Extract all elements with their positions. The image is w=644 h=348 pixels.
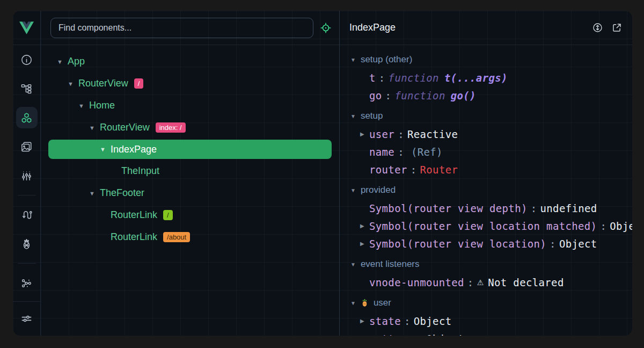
- section-header-event-listeners[interactable]: ▼event listeners: [350, 255, 632, 273]
- section-label: user: [374, 298, 391, 308]
- section-label: setup (other): [361, 54, 412, 65]
- collapse-arrow-icon: ▼: [350, 57, 356, 63]
- component-name: IndexPage: [111, 144, 157, 155]
- sidebar-item-graph[interactable]: [13, 269, 41, 298]
- colon: :: [550, 238, 556, 250]
- state-value: Router: [420, 164, 458, 176]
- section-label: provided: [361, 185, 396, 195]
- colon: :: [417, 333, 423, 336]
- state-row-symbol-router-view-location-matched[interactable]: ▶Symbol(router view location matched):Ob…: [350, 217, 632, 235]
- pinia-pineapple-icon: [361, 299, 369, 307]
- tree-item-indexpage[interactable]: ▼IndexPage: [48, 140, 332, 159]
- router-route-icon: [20, 209, 33, 221]
- scroll-to-icon: [592, 22, 603, 33]
- route-badge: /: [163, 210, 173, 220]
- mixer-sliders-icon: [20, 170, 33, 182]
- state-key: router: [369, 164, 407, 176]
- settings-sliders-icon: [20, 313, 33, 325]
- state-row-name[interactable]: name:(Ref): [350, 143, 632, 161]
- state-key: getters: [369, 333, 414, 336]
- tree-item-app[interactable]: ▼App: [48, 50, 332, 73]
- colon: :: [398, 146, 404, 158]
- sidebar-item-info[interactable]: [13, 45, 41, 74]
- search-input[interactable]: [50, 18, 313, 38]
- state-value: function: [394, 90, 445, 102]
- route-badge: index: /: [156, 122, 186, 133]
- route-badge: /: [134, 78, 144, 89]
- state-value: go(): [451, 90, 476, 102]
- colon: :: [467, 277, 474, 288]
- state-key: Symbol(router view depth): [369, 202, 528, 214]
- tree-item-theinput[interactable]: TheInput: [48, 160, 332, 182]
- state-value: function: [389, 72, 439, 84]
- state-value: Object: [559, 238, 597, 250]
- state-row-state[interactable]: ▶state:Object: [350, 312, 632, 330]
- colon: :: [600, 220, 606, 232]
- sidebar-item-assets[interactable]: [13, 132, 41, 161]
- tree-item-routerview[interactable]: ▼RouterViewindex: /: [48, 117, 332, 139]
- colon: :: [531, 202, 537, 214]
- state-row-router[interactable]: router:Router: [350, 161, 632, 178]
- sidebar-item-router[interactable]: [13, 200, 41, 229]
- section-label: setup: [361, 111, 383, 121]
- vue-logo: [13, 11, 40, 45]
- expand-arrow-icon[interactable]: ▼: [100, 146, 111, 153]
- section-header-provided[interactable]: ▼provided: [350, 181, 632, 199]
- collapse-arrow-icon: ▼: [350, 300, 356, 306]
- state-key: vnode-unmounted: [369, 277, 464, 288]
- component-name: TheInput: [121, 165, 159, 177]
- state-row-getters[interactable]: ▶getters:Object: [350, 330, 632, 336]
- state-row-vnode-unmounted[interactable]: vnode-unmounted:⚠Not declared: [350, 273, 632, 291]
- component-tree: ▼App▼RouterView/▼Home▼RouterViewindex: /…: [41, 45, 339, 336]
- expand-arrow-icon[interactable]: ▶: [360, 131, 369, 137]
- expand-arrow-icon[interactable]: ▼: [89, 190, 100, 197]
- pineapple-icon: [20, 238, 33, 250]
- state-row-symbol-router-view-location[interactable]: ▶Symbol(router view location):Object: [350, 235, 632, 252]
- expand-arrow-icon[interactable]: ▶: [360, 318, 369, 324]
- state-row-t[interactable]: t:functiont(...args): [350, 69, 632, 86]
- section-header-setup[interactable]: ▼setup: [350, 107, 632, 125]
- expand-arrow-icon[interactable]: ▼: [78, 103, 89, 109]
- components-icon: [16, 107, 38, 128]
- state-row-user[interactable]: ▶user:Reactive: [350, 125, 632, 143]
- info-icon: [20, 54, 33, 66]
- state-value: t(...args): [444, 72, 508, 84]
- inspector-header: IndexPage: [340, 11, 632, 45]
- sidebar-bottom: [13, 301, 40, 336]
- expand-arrow-icon[interactable]: ▼: [68, 81, 78, 87]
- tree-item-routerlink[interactable]: RouterLink/about: [48, 226, 332, 248]
- state-row-symbol-router-view-depth[interactable]: Symbol(router view depth):undefined: [350, 199, 632, 217]
- section-header-user[interactable]: ▼user: [350, 294, 632, 312]
- collapse-arrow-icon: ▼: [350, 113, 356, 119]
- state-key: Symbol(router view location matched): [369, 220, 597, 232]
- tree-item-home[interactable]: ▼Home: [48, 95, 332, 117]
- expand-arrow-icon[interactable]: ▶: [360, 241, 369, 247]
- state-value: Reactive: [407, 128, 458, 140]
- state-value: undefined: [540, 202, 597, 214]
- sidebar-item-outline[interactable]: [13, 74, 41, 103]
- tree-item-thefooter[interactable]: ▼TheFooter: [48, 182, 332, 204]
- sidebar-item-components[interactable]: [13, 103, 41, 132]
- external-link-icon: [611, 22, 623, 33]
- target-icon: [320, 22, 332, 34]
- tree-item-routerview[interactable]: ▼RouterView/: [48, 73, 332, 95]
- tree-item-routerlink[interactable]: RouterLink/: [48, 204, 332, 226]
- state-value: Object: [414, 315, 452, 327]
- component-name: App: [68, 56, 85, 67]
- scroll-to-component-button[interactable]: [592, 22, 603, 33]
- open-in-editor-button[interactable]: [611, 22, 623, 33]
- sidebar-item-settings[interactable]: [13, 305, 40, 334]
- component-name: Home: [89, 100, 115, 111]
- expand-arrow-icon[interactable]: ▼: [57, 59, 68, 65]
- select-component-target-button[interactable]: [320, 22, 332, 34]
- sidebar-item-timeline[interactable]: [13, 161, 41, 190]
- tree-panel: ▼App▼RouterView/▼Home▼RouterViewindex: /…: [41, 11, 340, 336]
- sidebar-item-pinia[interactable]: [13, 229, 41, 258]
- expand-arrow-icon[interactable]: ▶: [360, 223, 369, 229]
- colon: :: [411, 164, 417, 176]
- state-row-go[interactable]: go:functiongo(): [350, 86, 632, 104]
- expand-arrow-icon[interactable]: ▼: [89, 125, 100, 131]
- section-header-setup-other[interactable]: ▼setup (other): [350, 50, 632, 69]
- component-tree-icon: [20, 83, 33, 95]
- colon: :: [385, 90, 392, 102]
